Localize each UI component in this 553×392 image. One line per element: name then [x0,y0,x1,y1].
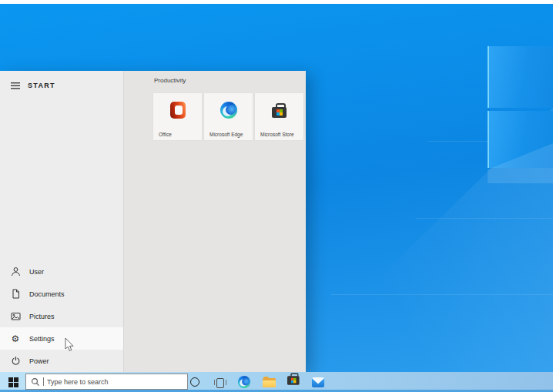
taskbar-edge-button[interactable] [238,376,250,388]
wallpaper-facet-line [427,141,489,142]
gear-icon: ⚙ [10,333,21,344]
tile-microsoft-edge[interactable]: Microsoft Edge [204,93,253,140]
task-view-icon [214,377,225,387]
mouse-cursor [65,337,74,355]
store-icon [272,107,287,118]
start-menu-rail: START User Documents [0,71,123,372]
taskbar-store-button[interactable] [287,376,300,388]
desktop: START User Documents [0,0,553,392]
mail-button[interactable] [312,376,324,388]
start-nav-pictures[interactable]: Pictures [0,305,123,327]
tile-label-edge: Microsoft Edge [209,132,243,137]
windows-logo-icon [8,377,18,387]
tile-office[interactable]: Office [153,93,202,140]
pictures-icon [10,311,21,322]
start-menu-title: START [28,82,55,89]
nav-label-user: User [29,268,44,276]
windows-logo-pane-top [488,46,553,108]
hamburger-menu-icon[interactable] [11,79,20,92]
wallpaper-facet-line [331,294,553,295]
mail-icon [312,377,324,387]
taskbar-search[interactable] [25,374,188,390]
office-icon [170,102,186,119]
user-icon [10,266,21,277]
text-caret [43,377,44,386]
start-nav-user[interactable]: User [0,260,123,283]
start-menu: START User Documents [0,71,306,372]
tile-microsoft-store[interactable]: Microsoft Store [255,93,303,140]
task-view-button[interactable] [213,376,226,388]
start-menu-tiles-panel: Productivity Office Microsoft Edge Micro… [123,71,306,372]
store-icon [287,376,300,384]
cortana-icon [190,377,199,387]
nav-label-documents: Documents [29,290,65,298]
start-menu-nav: User Documents Pictures ⚙ Settings [0,260,123,372]
top-border [0,0,553,4]
file-explorer-button[interactable] [263,376,275,388]
start-nav-power[interactable]: Power [0,350,123,372]
tile-group: Office Microsoft Edge Microsoft Store [153,93,303,140]
power-icon [10,356,21,367]
cortana-button[interactable] [189,376,201,388]
edge-icon [238,376,250,388]
wallpaper-facet-line [416,218,553,219]
edge-icon [220,102,237,119]
file-explorer-icon [263,377,275,387]
tile-group-title: Productivity [154,77,186,84]
nav-label-power: Power [29,357,49,365]
start-button[interactable] [5,375,22,389]
start-nav-documents[interactable]: Documents [0,283,123,305]
start-nav-settings[interactable]: ⚙ Settings [0,327,123,350]
nav-label-pictures: Pictures [29,313,55,320]
document-icon [10,289,21,300]
tile-label-store: Microsoft Store [260,132,294,137]
tile-label-office: Office [159,132,172,137]
search-input[interactable] [47,378,183,386]
start-menu-header: START [11,79,55,92]
nav-label-settings: Settings [29,335,55,343]
search-icon [31,377,40,387]
